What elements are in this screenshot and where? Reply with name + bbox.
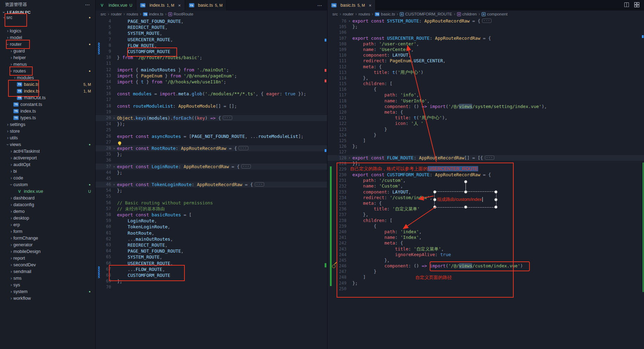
code-line-16[interactable]: 16const modules = import.meta.glob('./mo… [96, 91, 327, 97]
breadcrumb-component[interactable]: component [482, 12, 507, 17]
code-line-241[interactable]: 241 name: 'Index', [327, 235, 644, 240]
chevron-right-icon[interactable]: › [9, 149, 13, 154]
code-line-9[interactable]: 9 CUSTOMFORM_ROUTE [96, 49, 327, 55]
code-line-128[interactable]: 128›export const FLOW_ROUTE: AppRouteRec… [327, 155, 644, 161]
tree-item-sys[interactable]: ›sys [0, 281, 95, 288]
code-line-119[interactable]: 119 component: () => import('/@/views/sy… [327, 104, 644, 109]
tree-item-store[interactable]: ›store [0, 128, 95, 134]
tree-item-generator[interactable]: ›generator [0, 241, 95, 248]
code-line-122[interactable]: 122 icon: '人 ' [327, 121, 644, 126]
breadcrumb-src[interactable]: src [332, 12, 338, 17]
chevron-down-icon[interactable]: › [2, 15, 7, 20]
tree-item-mobileDesign[interactable]: ›mobileDesign [0, 248, 95, 255]
code-line-250[interactable]: 250 [327, 286, 644, 292]
folded-code-ellipsis[interactable]: ··· [485, 156, 494, 160]
chevron-right-icon[interactable]: › [9, 262, 13, 267]
code-line-233[interactable]: 233 component: LAYOUT, [327, 189, 644, 195]
code-line-24[interactable]: 24}); [96, 121, 327, 127]
chevron-right-icon[interactable]: › [9, 196, 13, 201]
tree-item-erp[interactable]: ›erp [0, 221, 95, 228]
tree-item-report[interactable]: ›report [0, 255, 95, 261]
chevron-right-icon[interactable]: › [9, 55, 13, 60]
code-line-123[interactable]: 123 } [327, 127, 644, 132]
code-line-19[interactable]: 19 [96, 109, 327, 115]
code-line-17[interactable]: 17 [96, 97, 327, 103]
code-line-58[interactable]: 58export const basicRoutes = [ [96, 212, 327, 218]
chevron-right-icon[interactable]: › [9, 276, 13, 281]
code-line-126[interactable]: 126}; [327, 144, 644, 149]
chevron-right-icon[interactable]: › [9, 202, 13, 207]
code-line-14[interactable]: 14import { t } from '/@/hooks/web/useI18… [96, 79, 327, 85]
code-line-249[interactable]: 249}; [327, 280, 644, 286]
tree-item-index.vue[interactable]: ›Vindex.vueU [0, 188, 95, 195]
tree-item-index.ts[interactable]: ›TSindex.ts [0, 108, 95, 114]
code-line-67[interactable]: 67 ...FLOW_ROUTE, [96, 266, 327, 272]
tree-item-secondDev[interactable]: ›secondDev [0, 261, 95, 268]
chevron-right-icon[interactable]: › [9, 242, 13, 247]
chevron-right-icon[interactable]: › [13, 75, 17, 80]
folded-code-ellipsis[interactable]: ··· [223, 116, 232, 120]
code-line-238[interactable]: 238 children: [ [327, 218, 644, 223]
code-line-25[interactable]: 25 [96, 127, 327, 133]
code-line-105[interactable]: 105}; [327, 24, 644, 30]
chevron-down-icon[interactable]: › [9, 69, 14, 73]
chevron-right-icon[interactable]: › [6, 28, 10, 33]
code-line-116[interactable]: 116 { [327, 87, 644, 92]
code-line-240[interactable]: 240 path: 'index', [327, 229, 644, 235]
breadcrumb-routes[interactable]: routes [127, 12, 138, 17]
tree-item-settings[interactable]: ›settings [0, 121, 95, 128]
code-line-113[interactable]: 113 title: t('用户中心') [327, 70, 644, 75]
chevron-right-icon[interactable]: › [9, 176, 13, 180]
tree-item-guard[interactable]: ›guard [0, 47, 95, 54]
code-line-68[interactable]: 68 CUSTOMFORM_ROUTE [96, 272, 327, 278]
tree-item-src[interactable]: ›src● [0, 14, 95, 21]
code-line-57[interactable]: 57// 未经许可的基本路由 [96, 206, 327, 212]
code-line-7[interactable]: 7 USERCENTER_ROUTE, [96, 37, 327, 43]
fold-icon[interactable]: › [346, 18, 352, 24]
code-line-4[interactable]: 4 PAGE_NOT_FOUND_ROUTE, [96, 18, 327, 24]
breadcrumb-basic.ts[interactable]: TSbasic.ts [375, 12, 395, 17]
code-line-63[interactable]: 63 REDIRECT_ROUTE, [96, 242, 327, 248]
breadcrumb-routes[interactable]: routes [359, 12, 370, 17]
code-line-115[interactable]: 115 children: [ [327, 81, 644, 87]
code-line-8[interactable]: 8 FLOW_ROUTE, [96, 43, 327, 49]
code-line-11[interactable]: 11 [96, 61, 327, 66]
code-line-6[interactable]: 6 SYSTEM_ROUTE, [96, 30, 327, 36]
close-tab-icon[interactable]: × [178, 3, 181, 8]
chevron-right-icon[interactable]: › [9, 209, 13, 214]
tree-item-auditOpt[interactable]: ›auditOpt [0, 161, 95, 168]
tab-index.vue[interactable]: Vindex.vueU [96, 0, 136, 11]
code-line-127[interactable]: 127 [327, 149, 644, 155]
code-line-243[interactable]: 243 title: '自定义菜单', [327, 246, 644, 252]
chevron-right-icon[interactable]: › [9, 256, 13, 261]
tree-item-index.ts[interactable]: ›TSindex.ts1, M [0, 88, 95, 94]
chevron-right-icon[interactable]: › [6, 35, 10, 40]
folded-code-ellipsis[interactable]: ··· [241, 164, 251, 169]
chevron-right-icon[interactable]: › [9, 222, 13, 227]
chevron-right-icon[interactable]: › [9, 62, 13, 67]
chevron-right-icon[interactable]: › [9, 283, 13, 287]
tree-item-form[interactable]: ›form [0, 228, 95, 235]
code-line-107[interactable]: 107export const USERCENTER_ROUTE: AppRou… [327, 36, 644, 41]
fold-icon[interactable]: › [346, 155, 352, 161]
fold-icon[interactable]: › [111, 182, 117, 188]
code-line-13[interactable]: 13import { PageEnum } from '/@/enums/pag… [96, 73, 327, 79]
code-line-239[interactable]: 239 { [327, 223, 644, 229]
code-line-125[interactable]: 125 ] [327, 138, 644, 144]
tree-item-basic.ts[interactable]: ›TSbasic.ts5, M [0, 81, 95, 88]
tree-item-types.ts[interactable]: ›TStypes.ts [0, 114, 95, 121]
tab-basic.ts[interactable]: TSbasic.ts5, M [185, 0, 227, 11]
code-line-111[interactable]: 111 redirect: PageEnum.USER_CENTER, [327, 58, 644, 64]
code-line-28[interactable]: 28›export const RootRoute: AppRouteRecor… [96, 145, 327, 151]
code-line-5[interactable]: 5 REDIRECT_ROUTE, [96, 24, 327, 30]
tree-item-helper[interactable]: ›helper [0, 54, 95, 61]
code-editor-index-ts[interactable]: 4 PAGE_NOT_FOUND_ROUTE,5 REDIRECT_ROUTE,… [96, 18, 327, 349]
code-line-60[interactable]: 60 TokenLoginRoute, [96, 224, 327, 230]
chevron-right-icon[interactable]: › [9, 162, 13, 167]
code-line-118[interactable]: 118 name: 'UserInfo', [327, 98, 644, 104]
code-line-232[interactable]: 232 name: 'Custom', [327, 183, 644, 189]
breadcrumb-router[interactable]: router [343, 12, 354, 17]
code-line-26[interactable]: 26export const asyncRoutes = [PAGE_NOT_F… [96, 133, 327, 139]
code-line-246[interactable]: 246 component: () => import('/@/views/cu… [327, 263, 644, 269]
lightbulb-icon[interactable] [118, 141, 121, 145]
